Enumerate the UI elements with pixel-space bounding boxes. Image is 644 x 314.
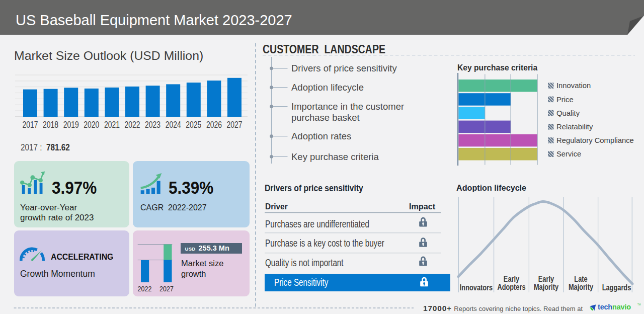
svg-text:technavio: technavio bbox=[598, 303, 631, 311]
svg-text:TM: TM bbox=[637, 303, 641, 306]
